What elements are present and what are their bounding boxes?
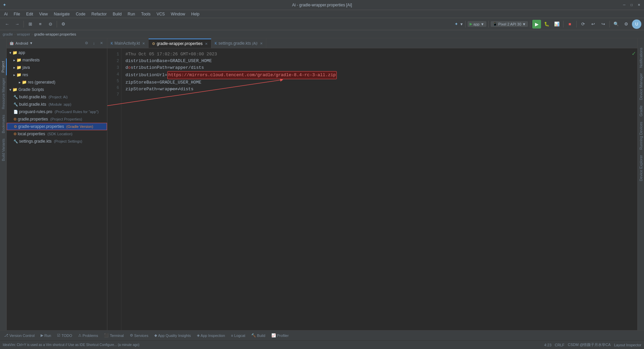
- stop-btn[interactable]: ■: [566, 20, 574, 29]
- status-layout-inspector[interactable]: Layout Inspector: [614, 343, 641, 347]
- search-everywhere-btn[interactable]: 🔍: [612, 20, 621, 29]
- sidebar-item-project[interactable]: Project: [0, 58, 7, 75]
- toolbar-separator-2: [57, 21, 57, 28]
- bottom-tab-problems[interactable]: ⚠ Problems: [75, 331, 101, 340]
- status-vim-message: IdeaVim: Ctrl+Y is used as a Vim shortcu…: [3, 343, 140, 347]
- redo-btn[interactable]: ↪: [599, 20, 607, 29]
- breadcrumb-wrapper[interactable]: wrapper: [17, 32, 30, 36]
- todo-label: TODO: [61, 334, 72, 338]
- project-view-btn[interactable]: ⊞: [26, 20, 35, 29]
- tree-item-proguard[interactable]: 📄 proguard-rules.pro (ProGuard Rules for…: [7, 108, 107, 115]
- panel-close-btn[interactable]: ✕: [98, 40, 104, 46]
- tab-close-wrapper[interactable]: ✕: [205, 42, 208, 46]
- sidebar-item-gradle[interactable]: Gradle: [638, 103, 644, 119]
- tab-close-mainactivity[interactable]: ✕: [142, 42, 145, 45]
- sidebar-item-bookmarks[interactable]: Bookmarks: [0, 112, 6, 136]
- menu-refactor[interactable]: Refactor: [89, 11, 109, 17]
- panel-chevron[interactable]: ▼: [30, 41, 33, 45]
- bottom-tab-run[interactable]: ▶ Run: [38, 331, 54, 340]
- expand-icon-gradle: ▾: [9, 88, 11, 92]
- version-control-label: Version Control: [9, 334, 35, 338]
- settings-gear-btn[interactable]: ⚙: [622, 20, 631, 29]
- menu-edit[interactable]: Edit: [23, 11, 36, 17]
- minimize-button[interactable]: ─: [622, 3, 627, 7]
- menu-navigate[interactable]: Navigate: [51, 11, 72, 17]
- sidebar-item-build-variants[interactable]: Build Variants: [0, 136, 6, 164]
- bottom-tab-app-inspection[interactable]: ◈ App Inspection: [194, 331, 228, 340]
- run-button[interactable]: ▶: [532, 20, 541, 29]
- code-content[interactable]: #Thu Oct 05 17:02:26 GMT+08:00 2023 dist…: [121, 48, 637, 330]
- tab-settings[interactable]: K settings.gradle.kts (Ai) ✕: [211, 39, 266, 48]
- user-avatar[interactable]: U: [632, 19, 641, 29]
- bottom-tab-profiler[interactable]: 📈 Profiler: [269, 331, 291, 340]
- tree-item-local-properties[interactable]: ⚙ local.properties (SDK Location): [7, 130, 107, 138]
- tree-item-res-generated[interactable]: ▸ 📁 res (generated): [7, 79, 107, 86]
- panel-gear-btn[interactable]: ⚙: [84, 40, 90, 46]
- undo-btn[interactable]: ↩: [589, 20, 597, 29]
- panel-expand-btn[interactable]: ↕: [91, 40, 97, 46]
- bottom-tab-terminal[interactable]: ⬛ Terminal: [101, 331, 126, 340]
- status-position[interactable]: 4:23: [544, 343, 551, 347]
- tab-mainactivity[interactable]: K MainActivity.kt ✕: [107, 39, 149, 48]
- tab-close-settings[interactable]: ✕: [260, 42, 263, 45]
- bottom-tab-services[interactable]: ⚙ Services: [127, 331, 151, 340]
- menu-view[interactable]: View: [37, 11, 51, 17]
- device-selector[interactable]: 📱 Pixel 2 API 30 ▼: [491, 21, 528, 27]
- folder-icon-gradle: 📁: [12, 87, 17, 92]
- sidebar-item-device-manager[interactable]: Device Manager: [638, 70, 644, 103]
- tree-item-app[interactable]: ▾ 📁 app: [7, 49, 107, 56]
- bottom-tab-todo[interactable]: ☑ TODO: [54, 331, 75, 340]
- profile-btn[interactable]: 📊: [552, 20, 561, 29]
- code-line-4: distributionUrl=https://mirrors.cloud.te…: [125, 71, 633, 79]
- tree-item-manifests[interactable]: ▸ 📁 manifests: [7, 56, 107, 64]
- code-editor[interactable]: 1 2 3 4 5 6 7 #Thu Oct 05 17:02:26 GMT+0…: [107, 48, 637, 330]
- sidebar-item-notifications[interactable]: Notifications: [638, 45, 644, 70]
- debug-btn[interactable]: 🐛: [542, 20, 551, 29]
- tree-item-gradle-wrapper-properties[interactable]: ⚙ gradle-wrapper.properties (Gradle Vers…: [7, 123, 107, 130]
- menu-file[interactable]: File: [11, 11, 23, 17]
- tab-ai-badge: (Ai): [252, 42, 258, 45]
- code-line-6: zipStorePath=wrapper/dists: [125, 86, 633, 93]
- tree-item-settings-gradle[interactable]: 🔧 settings.gradle.kts (Project Settings): [7, 138, 107, 145]
- expand-icon-manifests: ▸: [13, 58, 15, 62]
- settings-btn[interactable]: ⚙: [59, 20, 68, 29]
- tree-item-gradle-scripts[interactable]: ▾ 📁 Gradle Scripts: [7, 86, 107, 93]
- tree-item-build-gradle-module[interactable]: 🔧 build.gradle.kts (Module :app): [7, 101, 107, 108]
- status-crlf[interactable]: CRLF: [555, 343, 565, 347]
- menu-vcs[interactable]: VCS: [154, 11, 168, 17]
- run-config-selector[interactable]: ▶ app ▼: [468, 21, 486, 27]
- expand-icon-res-gen: ▸: [19, 80, 21, 85]
- menu-window[interactable]: Window: [168, 11, 188, 17]
- bookmark-btn[interactable]: ⊝: [46, 20, 55, 29]
- close-button[interactable]: ✕: [637, 3, 641, 7]
- maximize-button[interactable]: □: [629, 3, 634, 7]
- todo-icon: ☑: [57, 333, 60, 338]
- tab-gradle-wrapper[interactable]: ⚙ gradle-wrapper.properties ✕: [149, 39, 211, 48]
- services-icon: ⚙: [130, 333, 133, 338]
- code-line-3: dostributionPath=wrapper/dists: [125, 64, 633, 71]
- bottom-tab-logcat[interactable]: ≡ Logcat: [228, 331, 248, 340]
- menu-help[interactable]: Help: [189, 11, 202, 17]
- sidebar-item-running-devices[interactable]: Running Devices: [638, 119, 644, 152]
- bottom-tab-app-quality[interactable]: ◆ App Quality Insights: [152, 331, 194, 340]
- back-button[interactable]: ←: [3, 20, 11, 29]
- tree-item-java[interactable]: ▸ 📁 java: [7, 64, 107, 71]
- toolbar-separator-8: [609, 21, 610, 28]
- expand-icon-app: ▾: [9, 51, 11, 55]
- menu-ai[interactable]: Ai: [1, 11, 10, 17]
- tree-item-res[interactable]: ▸ 📁 res: [7, 71, 107, 79]
- menu-code[interactable]: Code: [73, 11, 88, 17]
- sync-btn[interactable]: ⟳: [579, 20, 587, 29]
- sidebar-item-resource[interactable]: Resource Manager: [0, 75, 6, 112]
- structure-btn[interactable]: ≡: [36, 20, 45, 29]
- menu-tools[interactable]: Tools: [139, 11, 153, 17]
- breadcrumb-gradle[interactable]: gradle: [3, 32, 13, 36]
- menu-build[interactable]: Build: [110, 11, 124, 17]
- bottom-tab-version-control[interactable]: ⎇ Version Control: [1, 331, 37, 340]
- tree-item-gradle-properties[interactable]: ⚙ gradle.properties (Project Properties): [7, 115, 107, 123]
- sidebar-item-device-explorer[interactable]: Device Explorer: [638, 152, 644, 184]
- forward-button[interactable]: →: [13, 20, 21, 29]
- menu-run[interactable]: Run: [125, 11, 138, 17]
- bottom-tab-build[interactable]: 🔨 Build: [249, 331, 268, 340]
- tree-item-build-gradle-project[interactable]: 🔧 build.gradle.kts (Project: Ai): [7, 93, 107, 101]
